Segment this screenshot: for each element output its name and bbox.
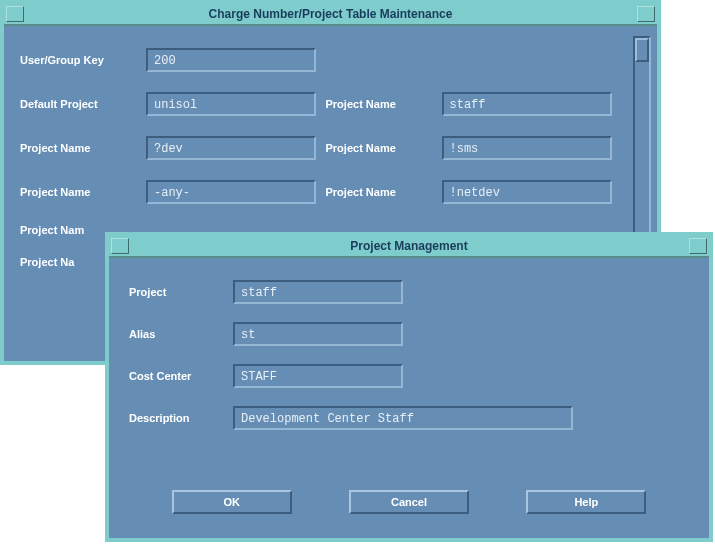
window-menu-icon[interactable] — [111, 238, 129, 254]
project-name-field[interactable]: -any- — [146, 180, 316, 204]
window-title: Charge Number/Project Table Maintenance — [209, 7, 453, 21]
window-menu-icon[interactable] — [6, 6, 24, 22]
window-maximize-icon[interactable] — [689, 238, 707, 254]
cancel-button[interactable]: Cancel — [349, 490, 469, 514]
project-name-label: Project Name — [326, 142, 436, 154]
scroll-thumb[interactable] — [635, 38, 649, 62]
project-name-field[interactable]: ?dev — [146, 136, 316, 160]
project-name-field[interactable]: !sms — [442, 136, 612, 160]
ok-button[interactable]: OK — [172, 490, 292, 514]
titlebar[interactable]: Project Management — [109, 236, 709, 258]
project-name-field[interactable]: staff — [442, 92, 612, 116]
cost-center-field[interactable]: STAFF — [233, 364, 403, 388]
user-group-key-label: User/Group Key — [20, 54, 140, 66]
project-label: Project — [129, 286, 229, 298]
window-body: Project staff Alias st Cost Center STAFF… — [109, 258, 709, 538]
alias-field[interactable]: st — [233, 322, 403, 346]
window-title: Project Management — [350, 239, 467, 253]
project-name-field[interactable]: !netdev — [442, 180, 612, 204]
description-field[interactable]: Development Center Staff — [233, 406, 573, 430]
window-maximize-icon[interactable] — [637, 6, 655, 22]
project-management-window: Project Management Project staff Alias s… — [105, 232, 713, 542]
default-project-label: Default Project — [20, 98, 140, 110]
project-name-label: Project Name — [20, 186, 140, 198]
user-group-key-field[interactable]: 200 — [146, 48, 316, 72]
cost-center-label: Cost Center — [129, 370, 229, 382]
project-field[interactable]: staff — [233, 280, 403, 304]
alias-label: Alias — [129, 328, 229, 340]
titlebar[interactable]: Charge Number/Project Table Maintenance — [4, 4, 657, 26]
default-project-field[interactable]: unisol — [146, 92, 316, 116]
project-name-label: Project Name — [326, 98, 436, 110]
project-name-label: Project Name — [326, 186, 436, 198]
help-button[interactable]: Help — [526, 490, 646, 514]
description-label: Description — [129, 412, 229, 424]
project-name-label: Project Name — [20, 142, 140, 154]
